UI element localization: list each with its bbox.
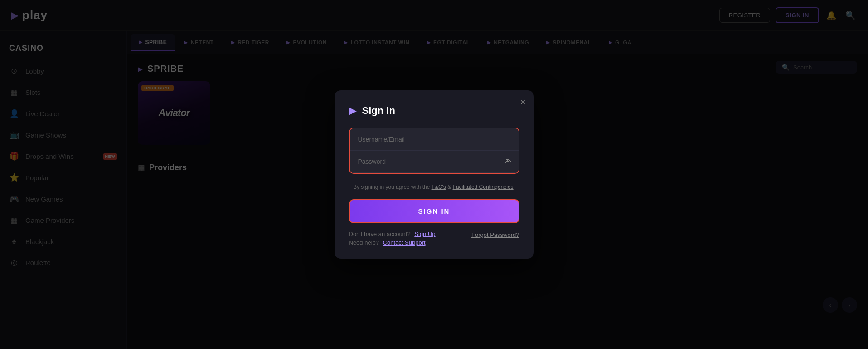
modal-overlay[interactable]: × ▶ Sign In 👁 By signing in you agree wi… — [0, 0, 868, 349]
no-account-text: Don't have an account? — [349, 231, 411, 237]
modal-close-button[interactable]: × — [520, 98, 526, 107]
need-help-row: Need help? Contact Support — [349, 239, 436, 246]
need-help-text: Need help? — [349, 239, 379, 246]
modal-header: ▶ Sign In — [349, 105, 519, 117]
terms-link1[interactable]: T&C's — [432, 184, 446, 190]
terms-period: . — [514, 184, 515, 190]
signup-link[interactable]: Sign Up — [414, 231, 435, 237]
modal-terms: By signing in you agree with the T&C's &… — [349, 183, 519, 191]
signin-modal: × ▶ Sign In 👁 By signing in you agree wi… — [335, 90, 534, 259]
modal-play-icon: ▶ — [349, 105, 357, 117]
username-input[interactable] — [350, 128, 519, 151]
input-group: 👁 — [349, 128, 519, 174]
modal-footer-left: Don't have an account? Sign Up Need help… — [349, 231, 436, 246]
terms-link2[interactable]: Facilitated Contingencies — [453, 184, 514, 190]
no-account-row: Don't have an account? Sign Up — [349, 231, 436, 237]
terms-text: By signing in you agree with the — [353, 184, 430, 190]
contact-support-link[interactable]: Contact Support — [383, 239, 426, 246]
modal-footer-area: Don't have an account? Sign Up Need help… — [349, 231, 519, 246]
modal-footer-right: Forgot Password? — [471, 231, 519, 239]
forgot-password-link[interactable]: Forgot Password? — [471, 231, 519, 238]
password-input[interactable] — [350, 151, 519, 173]
signin-modal-button[interactable]: SIGN IN — [349, 199, 519, 223]
password-wrapper: 👁 — [350, 151, 519, 173]
modal-title: Sign In — [362, 105, 395, 117]
password-eye-icon[interactable]: 👁 — [504, 158, 511, 166]
